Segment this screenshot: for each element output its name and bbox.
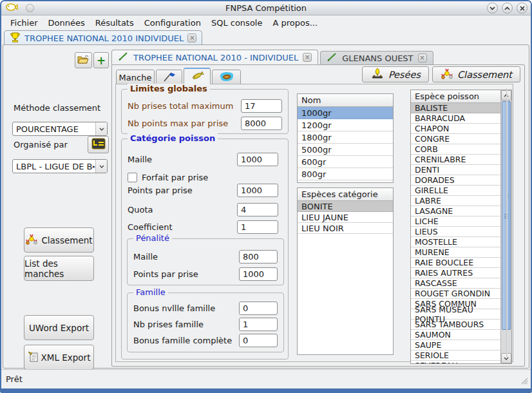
add-competition-button[interactable]: + xyxy=(93,52,109,68)
club-icon xyxy=(91,138,106,151)
list-item[interactable]: 5000gr xyxy=(298,144,393,156)
subtab-fish-selected[interactable] xyxy=(184,68,211,85)
fish-water-icon xyxy=(219,72,234,84)
list-item[interactable]: 1000gr xyxy=(298,107,393,119)
forfait-checkbox[interactable] xyxy=(128,173,137,182)
list-item[interactable]: BONITE xyxy=(298,201,393,212)
list-item[interactable]: CORB xyxy=(411,144,500,155)
list-item[interactable]: LABRE xyxy=(411,196,500,206)
list-item[interactable]: GIRELLE xyxy=(411,186,500,196)
limites-value-input[interactable] xyxy=(241,117,282,130)
maximize-button[interactable] xyxy=(502,3,513,14)
chevron-down-icon xyxy=(95,122,107,135)
tab-glenans-ouest[interactable]: GLENANS OUEST × xyxy=(320,51,433,64)
pesees-button[interactable]: Pesées xyxy=(362,66,429,82)
competition-tabbar: TROPHEE NATIONAL 2010 INDIVIDUEL × xyxy=(4,30,202,45)
list-item[interactable]: 600gr xyxy=(298,156,393,168)
organise-par-select[interactable]: LBPL - LIGUE DE BRI ▸ xyxy=(12,159,108,173)
list-item[interactable]: LIEU NOIR xyxy=(298,223,393,234)
panel-splitter[interactable]: ⋮ xyxy=(506,88,508,358)
methode-classement-select[interactable]: POURCENTAGE xyxy=(12,122,108,136)
close-tab-icon[interactable]: × xyxy=(418,53,427,62)
menu-item[interactable]: Fichier xyxy=(5,17,43,29)
list-item[interactable]: DENTI xyxy=(411,165,500,175)
list-item[interactable]: SERIOLE xyxy=(411,350,500,361)
points-par-prise-input[interactable] xyxy=(237,184,278,197)
list-item[interactable]: LIEUS xyxy=(411,227,500,237)
famille-value-input[interactable] xyxy=(239,302,278,315)
classement-sidebar-button[interactable]: Classement xyxy=(24,227,94,253)
list-item[interactable]: 1800gr xyxy=(298,131,393,144)
medal-icon xyxy=(25,234,38,247)
coefficient-input[interactable] xyxy=(237,220,278,234)
menu-item[interactable]: A propos... xyxy=(267,17,323,29)
menu-item[interactable]: SQL console xyxy=(206,17,268,29)
forfait-label: Forfait par prise xyxy=(142,173,208,182)
minimize-button[interactable] xyxy=(487,3,498,14)
uword-export-button[interactable]: UWord Export xyxy=(24,315,94,340)
famille-value-input[interactable] xyxy=(239,318,278,331)
menu-item[interactable]: Configuration xyxy=(139,17,206,29)
list-item[interactable]: LASAGNE xyxy=(411,206,500,216)
list-item[interactable]: DORADES xyxy=(411,175,500,186)
list-item[interactable]: MOSTELLE xyxy=(411,237,500,247)
close-button[interactable] xyxy=(517,3,527,14)
categorie-poisson-title: Catégorie poisson xyxy=(128,133,218,143)
list-item[interactable]: CRENILABRE xyxy=(411,155,500,165)
quota-label: Quota xyxy=(128,205,237,215)
classement-button[interactable]: Classement xyxy=(432,66,520,82)
open-competition-button[interactable] xyxy=(75,52,92,68)
menu-item[interactable]: Résultats xyxy=(90,17,139,29)
nom-list-header[interactable]: Nom xyxy=(298,94,393,107)
list-item[interactable]: CONGRE xyxy=(411,134,500,144)
list-item[interactable]: CHAPON xyxy=(411,124,500,134)
form-row: Bonus famille complète xyxy=(128,332,283,349)
especes-categorie-header[interactable]: Espèces catégorie xyxy=(298,188,393,201)
list-item[interactable]: LIEU JAUNE xyxy=(298,212,393,223)
form-row: Bonus nvllle famille xyxy=(128,300,283,316)
list-item[interactable]: ROUGET GRONDIN xyxy=(411,289,500,299)
list-item[interactable]: SARS MUSEAU POINTU xyxy=(411,309,500,320)
tab-trophee-national-2010[interactable]: TROPHEE NATIONAL 2010 - INDIVIDUEL × xyxy=(111,50,318,64)
close-tab-icon[interactable]: × xyxy=(303,53,312,62)
section-subtabs: Manche xyxy=(116,68,242,85)
maille-input[interactable] xyxy=(237,153,278,166)
list-item[interactable]: SAUPE xyxy=(411,340,500,350)
list-item[interactable]: 800gr xyxy=(298,168,393,180)
penalite-value-input[interactable] xyxy=(239,267,278,281)
list-des-manches-button[interactable]: List des manches xyxy=(24,256,94,281)
subtab-flag[interactable] xyxy=(156,70,182,85)
quota-input[interactable] xyxy=(237,203,278,216)
coefficient-label: Coefficient xyxy=(128,222,237,232)
especes-categorie-list: Espèces catégorie BONITELIEU JAUNELIEU N… xyxy=(297,187,394,355)
list-item[interactable]: SEVEREAU xyxy=(411,361,500,363)
form-row: Points par prise xyxy=(128,265,283,283)
list-item[interactable]: BALISTE xyxy=(411,103,500,113)
list-item[interactable]: RAIES AUTRES xyxy=(411,268,500,278)
list-item[interactable]: BARRACUDA xyxy=(411,113,500,124)
list-item[interactable]: RAIE BOUCLEE xyxy=(411,258,500,268)
organise-par-label: Organisé par xyxy=(14,140,68,149)
menu-item[interactable]: Données xyxy=(43,17,90,29)
list-item[interactable]: RASCASSE xyxy=(411,278,500,289)
list-item[interactable]: LICHE xyxy=(411,216,500,227)
espece-poisson-header[interactable]: Espèce poisson xyxy=(411,90,500,103)
xml-export-button[interactable]: XML Export xyxy=(24,345,94,370)
subtab-zone[interactable] xyxy=(212,70,241,85)
close-tab-icon[interactable]: × xyxy=(187,34,196,43)
club-button[interactable] xyxy=(88,136,109,153)
app-window: FNPSA Compétition FichierDonnéesRésultat… xyxy=(0,0,532,393)
maille-label: Maille xyxy=(128,155,237,164)
status-bar: Prêt xyxy=(1,369,531,388)
tab-trophee-national-individuel[interactable]: TROPHEE NATIONAL 2010 INDIVIDUEL × xyxy=(4,30,202,45)
list-item[interactable]: 1200gr xyxy=(298,119,393,131)
list-item[interactable]: MURENE xyxy=(411,247,500,258)
limites-value-input[interactable] xyxy=(241,99,282,113)
pen-check-icon xyxy=(118,52,129,63)
resize-grip[interactable] xyxy=(520,376,528,387)
list-item[interactable]: SAUMON xyxy=(411,330,500,340)
famille-value-input[interactable] xyxy=(239,334,278,347)
penalite-value-input[interactable] xyxy=(239,250,278,264)
subtab-manche[interactable]: Manche xyxy=(116,70,155,85)
medal-icon xyxy=(441,68,453,81)
